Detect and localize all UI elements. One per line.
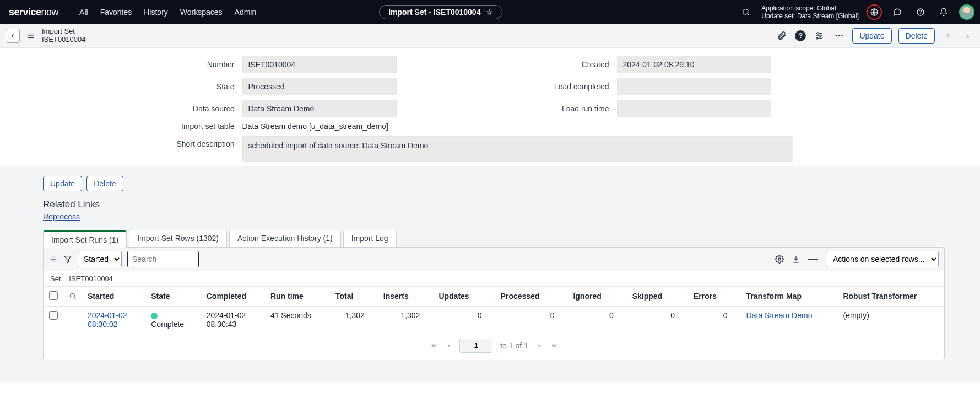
search-icon[interactable] [738,4,754,20]
avatar[interactable] [959,4,974,20]
input-number[interactable]: ISET0010004 [242,56,397,73]
label-datasource: Data source [132,104,242,113]
last-page-icon[interactable] [550,342,558,350]
actions-select[interactable]: Actions on selected rows... [826,251,939,267]
svg-point-0 [743,9,748,14]
filter-icon[interactable] [63,255,72,264]
col-runtime[interactable]: Run time [265,287,330,307]
svg-point-11 [820,35,821,36]
logo[interactable]: servicenow [6,7,62,18]
field-description: Short description scheduled import of da… [132,136,848,162]
collapse-icon[interactable]: — [808,253,818,265]
col-map[interactable]: Transform Map [741,287,838,307]
next-page-icon[interactable] [536,342,543,349]
col-inserts[interactable]: Inserts [378,287,434,307]
map-link[interactable]: Data Stream Demo [746,311,813,320]
pagination: to 1 of 1 [44,333,944,360]
nav-favorites[interactable]: Favorites [100,8,132,17]
attachment-icon[interactable] [775,29,788,42]
first-page-icon[interactable] [430,342,437,350]
svg-point-4 [921,14,921,14]
form-body: Number ISET0010004 State Processed Data … [0,48,980,166]
globe-icon[interactable] [867,4,882,20]
tab-import-log[interactable]: Import Log [343,230,397,247]
field-datasource: Data source Data Stream Demo [132,100,474,117]
update-button[interactable]: Update [852,28,891,44]
update-button-lower[interactable]: Update [43,176,82,191]
col-robust[interactable]: Robust Transformer [837,287,944,307]
input-state[interactable]: Processed [242,78,397,95]
label-description: Short description [132,136,242,148]
tab-import-set-runs[interactable]: Import Set Runs (1) [43,230,127,248]
nav-history[interactable]: History [144,8,168,17]
input-loadcompleted[interactable] [617,78,771,95]
help-icon[interactable] [913,4,928,20]
svg-line-1 [748,14,749,15]
col-completed[interactable]: Completed [201,287,265,307]
tab-import-set-rows[interactable]: Import Set Rows (1302) [129,230,227,247]
cell-total: 1,302 [330,306,378,333]
lower-section: Update Delete Related Links Reprocess Im… [0,166,980,382]
delete-button-lower[interactable]: Delete [86,176,123,191]
table-row: 2024-01-0208:30:02 Complete 2024-01-0208… [44,306,944,333]
search-input[interactable] [127,251,199,267]
context-menu-icon[interactable] [26,32,35,40]
nav-workspaces[interactable]: Workspaces [180,8,223,17]
star-icon[interactable]: ☆ [486,8,493,17]
input-description[interactable]: scheduled import of data source: Data St… [242,136,793,162]
state-text: Complete [151,320,184,329]
col-ignored[interactable]: Ignored [567,287,626,307]
list-menu-icon[interactable] [49,255,58,263]
reprocess-link[interactable]: Reprocess [43,212,80,221]
col-processed[interactable]: Processed [495,287,568,307]
row-checkbox[interactable] [49,311,58,320]
gear-icon[interactable] [775,255,784,264]
value-table: Data Stream demo [u_data_stream_demo] [242,122,474,131]
label-state: State [132,82,242,91]
svg-point-16 [841,35,843,37]
col-total[interactable]: Total [330,287,378,307]
prev-page-icon[interactable] [445,342,452,349]
svg-point-23 [70,294,74,298]
select-all-checkbox[interactable] [49,291,58,300]
chat-icon[interactable] [890,4,905,20]
context-pill[interactable]: Import Set - ISET0010004 ☆ [379,5,502,19]
input-datasource[interactable]: Data Stream Demo [242,100,397,117]
input-loadrun[interactable] [617,100,771,117]
nav-all[interactable]: All [79,8,88,17]
cell-map: Data Stream Demo [741,306,838,333]
col-state[interactable]: State [145,287,201,307]
back-button[interactable] [6,29,20,43]
bell-icon[interactable] [936,4,951,20]
next-record-icon[interactable] [961,29,974,42]
input-created[interactable]: 2024-01-02 08:29:10 [617,56,771,73]
col-updates[interactable]: Updates [433,287,495,307]
tab-action-history[interactable]: Action Execution History (1) [229,230,341,247]
form-help-icon[interactable]: ? [795,30,806,41]
label-loadrun: Load run time [507,104,617,113]
page-input[interactable] [459,339,492,353]
field-state: State Processed [132,78,474,95]
top-nav: servicenow All Favorites History Workspa… [0,0,980,24]
label-number: Number [132,60,242,69]
state-dot-icon [151,313,158,319]
more-actions-icon[interactable] [832,29,846,42]
svg-line-24 [74,298,76,299]
related-tabs: Import Set Runs (1) Import Set Rows (130… [43,230,945,247]
col-skipped[interactable]: Skipped [627,287,688,307]
prev-record-icon[interactable] [941,29,955,42]
search-field-select[interactable]: Started [78,251,122,267]
list-breadcrumb[interactable]: Set = ISET0010004 [44,271,944,287]
logo-text-a: service [9,7,41,18]
nav-admin[interactable]: Admin [235,8,257,17]
related-links-title: Related Links [43,199,945,210]
form-header: Import Set ISET0010004 ? Update Delete [0,24,980,48]
started-link[interactable]: 2024-01-0208:30:02 [88,311,127,329]
col-errors[interactable]: Errors [688,287,741,307]
row-search-icon[interactable] [69,292,77,300]
export-icon[interactable] [792,255,800,264]
scope-text: Application scope: Global Update set: Da… [761,4,859,20]
delete-button[interactable]: Delete [898,28,935,44]
settings-sliders-icon[interactable] [813,29,826,42]
col-started[interactable]: Started [82,287,145,307]
